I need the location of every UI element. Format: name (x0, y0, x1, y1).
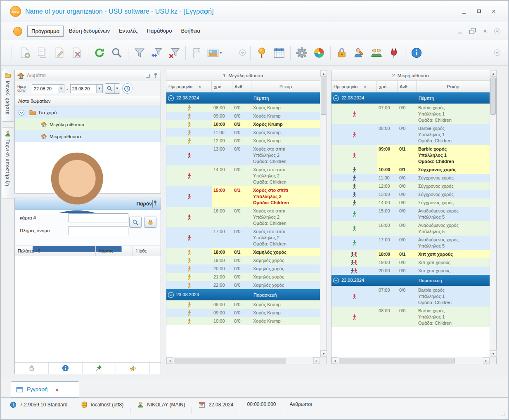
collapse-day-icon[interactable] (168, 95, 174, 101)
column-clients[interactable]: Πελάτες - 0 (15, 246, 96, 256)
settings-gear-icon[interactable] (293, 44, 310, 62)
menu-window[interactable]: Παράθυρο (143, 26, 176, 37)
schedule-row[interactable]: 10:000/1Σύγχρονος χορός (331, 165, 490, 174)
schedule-row[interactable]: 08:000/0Χορός Krump (166, 300, 320, 309)
schedule-row[interactable]: 07:000/0Barbie χορόςΥπάλληλος 1Ομάδα: Ch… (331, 286, 490, 307)
schedule-row[interactable]: 16:000/0Αναδυόμενος χορόςΥπάλληλος 5 (331, 221, 490, 236)
column-arrived[interactable]: Ήρθε (133, 246, 161, 256)
present-pin-icon[interactable] (153, 200, 158, 206)
scroll-right-button[interactable]: ► (313, 357, 320, 364)
vertical-scrollbar[interactable]: ▲ ▼ (320, 70, 327, 357)
column-date[interactable]: Ημερομηνία▲ (166, 81, 212, 92)
resize-grip[interactable] (500, 411, 505, 416)
schedule-row[interactable]: 19:000/0Χαμηλός χορός (166, 256, 320, 264)
search-icon[interactable] (108, 44, 125, 62)
filter-clear-icon[interactable] (166, 44, 183, 62)
day-header-row[interactable]: 22.08.2024Πέμπτη (166, 92, 320, 104)
schedule-row[interactable]: 09:000/1Barbie χορόςΥπάλληλος 1Ομάδα: Ch… (331, 145, 490, 165)
plugin-icon[interactable] (385, 44, 402, 62)
menu-collapse-icon[interactable] (494, 28, 501, 35)
delete-record-icon[interactable] (68, 44, 85, 62)
schedule-row[interactable]: 15:000/0Αναδυόμενος χορόςΥπάλληλος 5 (331, 207, 490, 221)
schedule-row[interactable]: 10:000/2Χορός Krump (166, 120, 320, 128)
schedule-row[interactable]: 20:000/0Χιπ χοπ χορούς (331, 267, 490, 275)
schedule-row[interactable]: 13:000/0Χορός στο σπίτιΥπάλληλος 2Ομάδα:… (166, 145, 320, 165)
pin-icon[interactable] (83, 363, 116, 374)
menu-help[interactable]: Βοήθεια (177, 26, 204, 37)
scrollbar-thumb[interactable] (339, 358, 455, 363)
schedule-row[interactable]: 08:000/0Χορός Krump (166, 104, 320, 112)
scroll-left-button[interactable]: ◄ (331, 357, 338, 364)
map-pin-icon[interactable] (253, 44, 270, 62)
scroll-up-button[interactable]: ▲ (320, 70, 327, 77)
menu-program[interactable]: Πρόγραμμα (27, 26, 64, 37)
schedule-row[interactable]: 17:000/0Αναδυόμενος χορόςΥπάλληλος 5 (331, 236, 490, 250)
rooms-maximize-icon[interactable] (146, 74, 150, 78)
tree-item-large-hall[interactable]: Μεγάλη αίθουσα (15, 118, 161, 130)
card-number-input[interactable] (69, 213, 128, 222)
toolbar-handle[interactable] (12, 45, 12, 60)
schedule-row[interactable]: 14:000/0Σύγχρονος χορός (331, 198, 490, 207)
scroll-right-button[interactable]: ► (483, 357, 490, 364)
menu-database[interactable]: Βάση δεδομένων (65, 26, 114, 37)
column-time[interactable]: χρό... (212, 81, 232, 92)
schedule-row[interactable]: 11:000/0Σύγχρονος χορός (331, 174, 490, 182)
schedule-row[interactable]: 18:000/1Χιπ χοπ χορούς (331, 250, 490, 258)
info-icon[interactable] (408, 44, 425, 62)
schedule-row[interactable]: 12:000/0Χορός Krump (166, 137, 320, 145)
tab-registration[interactable]: Εγγραφή × (11, 381, 79, 398)
horizontal-scrollbar[interactable]: ◄ ► (166, 357, 320, 364)
day-header-row[interactable]: 22.08.2024Πέμπτη (331, 92, 490, 104)
mdi-minimize-button[interactable] (457, 28, 464, 35)
scrollbar-thumb[interactable] (174, 358, 286, 363)
colors-icon[interactable] (310, 44, 328, 62)
date-from-select[interactable]: 22.08.20▼ (32, 84, 64, 93)
schedule-row[interactable]: 12:000/0Σύγχρονος χορός (331, 182, 490, 190)
schedule-clock-button[interactable] (122, 83, 133, 94)
tab-tech-support[interactable]: Τεχνική υποστήριξη (2, 127, 14, 198)
user-groups-icon[interactable] (368, 44, 385, 62)
schedule-row[interactable]: 08:000/0Barbie χορόςΥπάλληλος 1Ομάδα: Ch… (331, 124, 490, 145)
calendar-icon[interactable] (270, 44, 288, 62)
refresh-icon[interactable] (91, 44, 108, 62)
column-people[interactable]: Ανθ... (232, 81, 251, 92)
toolbar-options-icon[interactable] (492, 44, 502, 62)
lock-icon[interactable] (333, 44, 350, 62)
schedule-row[interactable]: 16:000/0Χορός στο σπίτιΥπάλληλος 2Ομάδα:… (166, 207, 320, 227)
schedule-row[interactable]: 20:000/0Χαμηλός χορός (166, 264, 320, 273)
chevron-down-icon[interactable]: ▼ (96, 85, 102, 93)
scroll-down-button[interactable]: ▼ (490, 350, 497, 357)
flag-icon[interactable] (188, 44, 206, 62)
day-header-row[interactable]: 23.08.2024Παρασκευή (166, 289, 320, 300)
minimize-button[interactable] (459, 7, 469, 16)
column-map[interactable]: Χάρτης (96, 246, 133, 256)
tree-folder-dance[interactable]: Για χορό (15, 106, 161, 118)
schedule-row[interactable]: 22:000/0Χαμηλός χορός (166, 281, 320, 289)
scrollbar-thumb[interactable] (321, 78, 326, 115)
edit-record-icon[interactable] (51, 44, 68, 62)
schedule-row[interactable]: 13:000/0Σύγχρονος χορός (331, 190, 490, 198)
column-date[interactable]: Ημερομηνία▲ (331, 81, 377, 92)
schedule-row[interactable]: 19:000/0Χιπ χοπ χορούς (331, 258, 490, 267)
info-icon[interactable] (49, 363, 83, 374)
rooms-search-button[interactable]: ▼ (105, 83, 120, 94)
collapse-day-icon[interactable] (168, 292, 174, 298)
column-record[interactable]: Ρεκόρ (417, 81, 490, 92)
schedule-row[interactable]: 15:000/1Χορός στο σπίτιΥπάλληλος 2Ομάδα:… (166, 186, 320, 207)
full-name-input[interactable] (69, 226, 128, 235)
column-record[interactable]: Ρεκόρ (251, 81, 320, 92)
filter-icon[interactable] (131, 44, 148, 62)
hand-icon[interactable] (15, 363, 49, 374)
schedule-row[interactable]: 11:000/0Χορός Krump (166, 128, 320, 137)
schedule-row[interactable]: 09:000/0Χορός Krump (166, 112, 320, 120)
tree-item-small-hall[interactable]: Μικρή αίθουσα (15, 130, 161, 142)
image-dropdown-arrow[interactable]: ▾ (220, 51, 222, 55)
user-permissions-icon[interactable] (350, 44, 368, 62)
schedule-row[interactable]: 08:000/0Barbie χορόςΥπάλληλος 1Ομάδα: Ch… (331, 307, 490, 327)
schedule-row[interactable]: 10:000/0Χορός Krump (166, 317, 320, 325)
add-record-icon[interactable] (16, 44, 33, 62)
close-button[interactable]: × (489, 7, 498, 16)
image-icon[interactable]: ▾ (206, 44, 223, 62)
search-options-arrow[interactable]: ▼ (114, 84, 120, 93)
scroll-up-button[interactable]: ▲ (490, 70, 497, 77)
